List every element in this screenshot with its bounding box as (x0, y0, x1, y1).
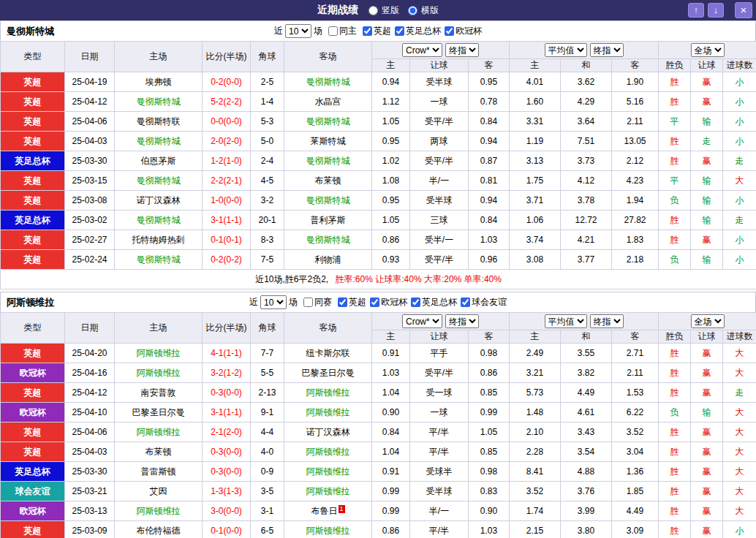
away-team-link[interactable]: 普利茅斯 (311, 215, 346, 225)
layout-vertical-radio[interactable] (368, 6, 378, 15)
index-type-select[interactable]: 终指 (445, 314, 479, 328)
home-team-link[interactable]: 阿斯顿维拉 (137, 368, 181, 378)
home-team-link[interactable]: 曼彻斯特联 (137, 116, 181, 126)
same-checkbox[interactable] (328, 26, 338, 36)
home-team-link[interactable]: 曼彻斯特城 (137, 175, 181, 186)
handicap-cell: 半/一 (410, 501, 469, 521)
away-team-link[interactable]: 莱斯特城 (311, 136, 346, 146)
result-cell: 大 (723, 501, 756, 521)
away-team-link[interactable]: 水晶宫 (315, 96, 341, 107)
summary-row: 近10场,胜6平2负2, 胜率:60% 让球率:40% 大率:20% 单率:40… (1, 270, 756, 289)
league-checkbox[interactable] (363, 26, 372, 36)
col-result: 胜负 (659, 330, 691, 344)
home-team-link[interactable]: 巴黎圣日尔曼 (132, 407, 185, 417)
away-team-link[interactable]: 布莱顿 (315, 175, 341, 186)
same-checkbox[interactable] (303, 298, 313, 307)
layout-vertical-option[interactable]: 竖版 (368, 4, 399, 17)
away-team-link[interactable]: 阿斯顿维拉 (306, 447, 350, 457)
away-team-link[interactable]: 曼彻斯特城 (306, 235, 350, 245)
handicap-cell: 受半球 (410, 482, 469, 501)
home-team-link[interactable]: 阿斯顿维拉 (137, 348, 181, 358)
home-team-link[interactable]: 布莱顿 (145, 447, 172, 457)
away-team-link[interactable]: 布鲁日 (311, 506, 338, 516)
corner-cell: 2-13 (251, 383, 284, 403)
result-cell: 赢 (691, 363, 723, 383)
home-team-link[interactable]: 艾因 (150, 486, 167, 496)
home-team-link[interactable]: 阿斯顿维拉 (137, 506, 181, 516)
away-team-link[interactable]: 阿斯顿维拉 (306, 466, 350, 477)
away-team-link[interactable]: 曼彻斯特城 (306, 156, 350, 166)
index-type-select-2[interactable]: 终指 (590, 314, 624, 328)
same-filter[interactable]: 同主 (328, 25, 357, 37)
away-team-link[interactable]: 阿斯顿维拉 (306, 526, 350, 536)
scroll-up-button[interactable]: ↑ (688, 3, 704, 18)
league-checkbox[interactable] (338, 298, 347, 307)
result-cell: 小 (723, 250, 756, 270)
away-team-link[interactable]: 纽卡斯尔联 (306, 348, 350, 358)
home-team-link[interactable]: 普雷斯顿 (141, 466, 176, 477)
col-away: 客场 (284, 42, 372, 72)
aa-cell: 0.96 (469, 250, 510, 270)
home-team-link[interactable]: 南安普敦 (141, 387, 176, 398)
league-checkbox[interactable] (461, 298, 470, 307)
match-count-select[interactable]: 10 (260, 295, 287, 309)
league-filter[interactable]: 英足总杯 (411, 296, 457, 308)
league-filter[interactable]: 欧冠杯 (445, 25, 482, 37)
league-checkbox[interactable] (411, 298, 420, 307)
league-filter[interactable]: 英足总杯 (395, 25, 441, 37)
away-team-cell: 纽卡斯尔联 (284, 344, 372, 363)
away-team-link[interactable]: 曼彻斯特城 (306, 116, 350, 126)
date-cell: 25-04-10 (65, 403, 115, 423)
away-team-cell: 阿斯顿维拉 (284, 482, 372, 501)
average-select[interactable]: 平均值 (545, 314, 587, 328)
home-team-link[interactable]: 曼彻斯特城 (137, 254, 181, 265)
home-team-link[interactable]: 阿斯顿维拉 (137, 427, 181, 437)
home-team-link[interactable]: 埃弗顿 (145, 77, 172, 87)
league-checkbox[interactable] (370, 298, 379, 307)
index-type-select[interactable]: 终指 (445, 43, 479, 57)
away-team-link[interactable]: 诺丁汉森林 (306, 427, 350, 437)
corner-cell: 4-4 (251, 423, 284, 442)
result-cell: 大 (723, 403, 756, 423)
home-team-link[interactable]: 曼彻斯特城 (137, 96, 181, 107)
scroll-down-button[interactable]: ↓ (708, 3, 724, 18)
away-team-link[interactable]: 阿斯顿维拉 (306, 407, 350, 417)
close-button[interactable]: × (735, 2, 752, 18)
bookmaker-select[interactable]: Crow* (402, 43, 442, 57)
layout-horizontal-option[interactable]: 横版 (408, 4, 439, 17)
fulltime-select[interactable]: 全场 (691, 314, 725, 328)
home-team-link[interactable]: 布伦特福德 (137, 526, 181, 536)
index-type-select-2[interactable]: 终指 (590, 43, 624, 57)
average-select[interactable]: 平均值 (545, 43, 587, 57)
handicap-cell: 受一球 (410, 383, 469, 403)
league-filter[interactable]: 欧冠杯 (370, 296, 407, 308)
home-team-link[interactable]: 伯恩茅斯 (141, 156, 176, 166)
away-team-link[interactable]: 利物浦 (315, 254, 341, 265)
home-team-link[interactable]: 诺丁汉森林 (137, 195, 181, 205)
eh-cell: 1.19 (510, 132, 561, 151)
home-team-link[interactable]: 曼彻斯特城 (137, 215, 181, 225)
match-count-select[interactable]: 10 (285, 24, 311, 38)
away-team-link[interactable]: 曼彻斯特城 (306, 195, 350, 205)
league-filter[interactable]: 英超 (338, 296, 366, 308)
fulltime-select[interactable]: 全场 (691, 43, 725, 57)
ed-cell: 4.29 (561, 92, 612, 112)
league-filter[interactable]: 英超 (363, 25, 391, 37)
league-checkbox[interactable] (445, 26, 454, 36)
eh-cell: 2.15 (510, 521, 561, 538)
league-type-badge: 英超 (1, 191, 65, 211)
away-team-link[interactable]: 曼彻斯特城 (306, 77, 350, 87)
layout-horizontal-radio[interactable] (408, 6, 417, 15)
league-checkbox[interactable] (395, 26, 404, 36)
home-team-link[interactable]: 曼彻斯特城 (137, 136, 181, 146)
away-team-link[interactable]: 阿斯顿维拉 (306, 486, 350, 496)
home-team-link[interactable]: 托特纳姆热刺 (132, 235, 185, 245)
date-cell: 25-03-21 (65, 482, 115, 501)
league-filter[interactable]: 球会友谊 (461, 296, 507, 308)
score-cell: 1-0(0-0) (203, 191, 251, 211)
away-team-link[interactable]: 阿斯顿维拉 (306, 387, 350, 398)
away-team-link[interactable]: 巴黎圣日尔曼 (302, 368, 355, 378)
same-filter[interactable]: 同赛 (303, 296, 332, 308)
result-cell: 输 (691, 112, 723, 132)
bookmaker-select[interactable]: Crow* (402, 314, 442, 328)
